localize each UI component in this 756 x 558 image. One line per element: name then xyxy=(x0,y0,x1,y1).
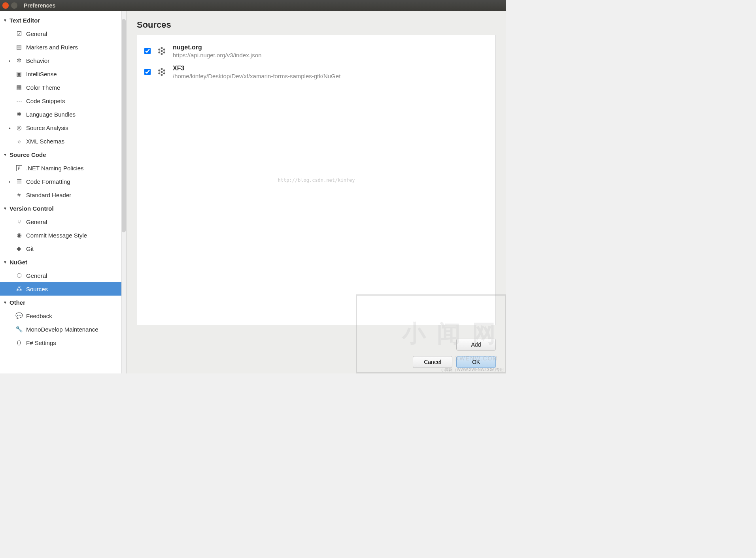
tree-item-color-theme[interactable]: ▦ Color Theme xyxy=(0,81,126,94)
tree-item-nuget-sources[interactable]: ⁂ Sources xyxy=(0,282,126,296)
svg-point-0 xyxy=(161,47,163,49)
tree-item-monodevelop-maint[interactable]: 🔧 MonoDevelop Maintenance xyxy=(0,322,126,336)
tree-label: Source Analysis xyxy=(26,124,68,131)
source-url: /home/kinfey/Desktop/Dev/xf/xamarin-form… xyxy=(173,73,340,79)
preferences-tree[interactable]: ▼ Text Editor ☑ General ▤ Markers and Ru… xyxy=(0,11,127,373)
intellisense-icon: ▣ xyxy=(15,70,23,78)
tree-item-general-editor[interactable]: ☑ General xyxy=(0,27,126,40)
close-icon[interactable] xyxy=(2,2,9,9)
tree-label: MonoDevelop Maintenance xyxy=(26,326,98,333)
gear-icon: ✲ xyxy=(15,57,23,64)
svg-point-8 xyxy=(158,70,160,72)
sources-list: nuget.org https://api.nuget.org/v3/index… xyxy=(137,35,496,325)
tree-label: Source Code xyxy=(9,151,46,158)
chevron-right-icon: ▸ xyxy=(9,179,14,184)
tree-label: Git xyxy=(26,245,34,252)
wrench-icon: 🔧 xyxy=(15,325,23,333)
tree-item-commit-style[interactable]: ◉ Commit Message Style xyxy=(0,228,126,242)
format-icon: ☰ xyxy=(15,177,23,185)
tree-item-git[interactable]: ◆ Git xyxy=(0,242,126,255)
tree-item-net-naming[interactable]: 🄰 .NET Naming Policies xyxy=(0,161,126,175)
tree-label: General xyxy=(26,219,47,225)
svg-point-7 xyxy=(161,68,163,70)
chevron-down-icon: ▼ xyxy=(3,206,9,211)
tree-label: F# Settings xyxy=(26,339,56,346)
tree-item-feedback[interactable]: 💬 Feedback xyxy=(0,309,126,322)
source-name: XF3 xyxy=(173,65,340,72)
cancel-button[interactable]: Cancel xyxy=(413,356,452,368)
chevron-right-icon: ▸ xyxy=(9,58,14,63)
markers-icon: ▤ xyxy=(15,43,23,51)
svg-point-10 xyxy=(161,71,163,73)
tree-label: Code Snippets xyxy=(26,98,65,104)
source-name: nuget.org xyxy=(173,44,261,51)
naming-icon: 🄰 xyxy=(15,164,23,172)
scrollbar[interactable] xyxy=(121,11,126,373)
chevron-down-icon: ▼ xyxy=(3,153,9,157)
tree-label: General xyxy=(26,30,47,37)
tree-item-intellisense[interactable]: ▣ IntelliSense xyxy=(0,67,126,81)
cluster-icon xyxy=(155,45,168,57)
tree-header-version-control[interactable]: ▼ Version Control xyxy=(0,202,126,215)
svg-point-13 xyxy=(161,74,163,76)
tree-header-other[interactable]: ▼ Other xyxy=(0,296,126,309)
tree-item-vc-general[interactable]: ⑂ General xyxy=(0,215,126,228)
svg-point-4 xyxy=(158,51,160,53)
svg-point-3 xyxy=(161,50,163,52)
tree-label: Other xyxy=(9,299,25,306)
chevron-right-icon: ▸ xyxy=(9,126,14,130)
tree-item-language-bundles[interactable]: ✱ Language Bundles xyxy=(0,107,126,121)
svg-point-9 xyxy=(163,70,165,72)
fsharp-icon: ⟨⟩ xyxy=(15,339,23,347)
cluster-icon: ⁂ xyxy=(15,285,23,293)
tree-label: Language Bundles xyxy=(26,111,76,118)
tree-header-nuget[interactable]: ▼ NuGet xyxy=(0,255,126,269)
chevron-down-icon: ▼ xyxy=(3,18,9,23)
ok-button[interactable]: OK xyxy=(456,356,496,368)
tree-header-source-code[interactable]: ▼ Source Code xyxy=(0,148,126,161)
source-row[interactable]: XF3 /home/kinfey/Desktop/Dev/xf/xamarin-… xyxy=(143,62,490,83)
tree-item-markers[interactable]: ▤ Markers and Rulers xyxy=(0,40,126,54)
source-checkbox[interactable] xyxy=(144,69,151,75)
bundle-icon: ✱ xyxy=(15,110,23,118)
source-checkbox[interactable] xyxy=(144,48,151,54)
source-url: https://api.nuget.org/v3/index.json xyxy=(173,52,261,58)
svg-point-2 xyxy=(163,49,165,51)
tree-item-source-analysis[interactable]: ▸ ◎ Source Analysis xyxy=(0,121,126,134)
chevron-down-icon: ▼ xyxy=(3,260,9,264)
source-row[interactable]: nuget.org https://api.nuget.org/v3/index… xyxy=(143,41,490,62)
svg-point-5 xyxy=(163,51,165,53)
content-panel: Sources nuget.org https://api.nuget.org/… xyxy=(127,11,506,373)
watermark-text: http://blog.csdn.net/kinfey xyxy=(278,177,355,183)
commit-icon: ◉ xyxy=(15,231,23,239)
snippets-icon: ⋯ xyxy=(15,97,23,105)
tree-item-code-snippets[interactable]: ⋯ Code Snippets xyxy=(0,94,126,107)
theme-icon: ▦ xyxy=(15,83,23,91)
tree-label: IntelliSense xyxy=(26,71,57,77)
tree-label: Color Theme xyxy=(26,84,60,91)
svg-point-11 xyxy=(158,72,160,74)
tree-item-behavior[interactable]: ▸ ✲ Behavior xyxy=(0,54,126,67)
tree-label: Version Control xyxy=(9,205,54,212)
package-icon: ⬡ xyxy=(15,271,23,279)
titlebar: Preferences xyxy=(0,0,506,11)
main-container: ▼ Text Editor ☑ General ▤ Markers and Ru… xyxy=(0,11,506,373)
svg-point-1 xyxy=(158,49,160,51)
tree-item-nuget-general[interactable]: ⬡ General xyxy=(0,269,126,282)
tree-item-code-formatting[interactable]: ▸ ☰ Code Formatting xyxy=(0,175,126,188)
tree-item-xml-schemas[interactable]: ⟐ XML Schemas xyxy=(0,134,126,148)
content-header: Sources xyxy=(127,11,506,35)
svg-point-6 xyxy=(161,53,163,55)
tree-label: NuGet xyxy=(9,259,27,266)
tree-label: XML Schemas xyxy=(26,138,64,145)
tree-header-text-editor[interactable]: ▼ Text Editor xyxy=(0,13,126,27)
chat-icon: 💬 xyxy=(15,312,23,320)
scrollbar-thumb[interactable] xyxy=(122,19,126,232)
git-icon: ◆ xyxy=(15,245,23,253)
tree-label: Standard Header xyxy=(26,192,71,198)
tree-item-fsharp[interactable]: ⟨⟩ F# Settings xyxy=(0,336,126,349)
tree-item-standard-header[interactable]: # Standard Header xyxy=(0,188,126,202)
minimize-icon[interactable] xyxy=(11,2,17,9)
add-button[interactable]: Add xyxy=(456,339,496,351)
window-title: Preferences xyxy=(24,2,55,9)
